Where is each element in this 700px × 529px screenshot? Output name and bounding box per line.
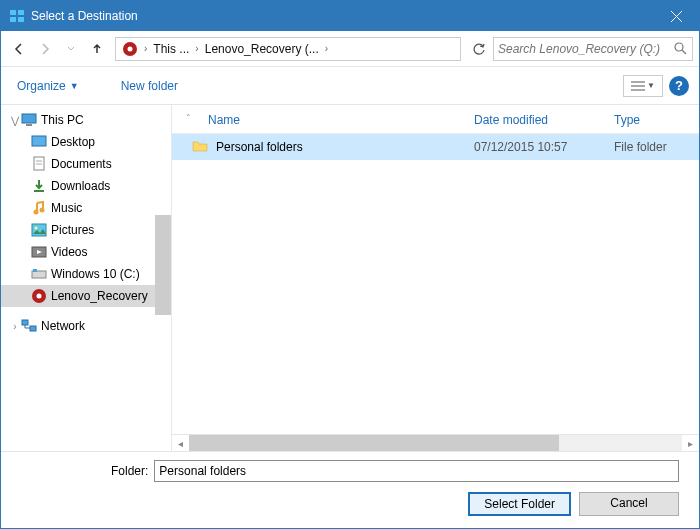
column-date[interactable]: Date modified: [474, 113, 614, 127]
column-name[interactable]: Name: [194, 113, 474, 127]
refresh-button[interactable]: [467, 37, 491, 61]
chevron-down-icon: ▼: [70, 81, 79, 91]
desktop-icon: [31, 134, 47, 150]
button-row: Select Folder Cancel: [11, 492, 689, 520]
svg-rect-3: [18, 17, 24, 22]
column-type[interactable]: Type: [614, 113, 689, 127]
svg-rect-2: [10, 17, 16, 22]
address-bar[interactable]: › This ... › Lenovo_Recovery (... ›: [115, 37, 461, 61]
up-button[interactable]: [85, 37, 109, 61]
tree-item-documents[interactable]: Documents: [1, 153, 171, 175]
content-area: ⋁ This PC Desktop Documents Downloads Mu…: [1, 105, 699, 451]
chevron-right-icon[interactable]: ›: [193, 43, 200, 54]
back-button[interactable]: [7, 37, 31, 61]
forward-button[interactable]: [33, 37, 57, 61]
cancel-button[interactable]: Cancel: [579, 492, 679, 516]
tree-item-thispc[interactable]: ⋁ This PC: [1, 109, 171, 131]
scroll-right-icon[interactable]: ▸: [682, 435, 699, 452]
tree-item-pictures[interactable]: Pictures: [1, 219, 171, 241]
documents-icon: [31, 156, 47, 172]
svg-rect-1: [18, 10, 24, 15]
tree-item-music[interactable]: Music: [1, 197, 171, 219]
view-options-button[interactable]: ▼: [623, 75, 663, 97]
svg-rect-25: [32, 271, 46, 278]
search-input[interactable]: [498, 42, 672, 56]
sort-indicator-icon[interactable]: ˄: [182, 113, 194, 127]
app-icon: [9, 8, 25, 24]
recovery-drive-icon: [31, 288, 47, 304]
svg-point-20: [34, 210, 39, 215]
tree-item-windows-drive[interactable]: Windows 10 (C:): [1, 263, 171, 285]
svg-rect-0: [10, 10, 16, 15]
collapse-icon[interactable]: ⋁: [9, 114, 21, 126]
svg-point-28: [37, 294, 42, 299]
svg-rect-14: [26, 124, 32, 126]
folder-label: Folder:: [111, 464, 148, 478]
svg-rect-22: [32, 224, 46, 236]
breadcrumb-item[interactable]: This ...: [149, 38, 193, 60]
navigation-tree: ⋁ This PC Desktop Documents Downloads Mu…: [1, 105, 171, 451]
svg-rect-30: [30, 326, 36, 331]
file-name: Personal folders: [216, 140, 474, 154]
pc-icon: [21, 112, 37, 128]
tree-scrollbar[interactable]: [155, 215, 171, 315]
file-list: ˄ Name Date modified Type Personal folde…: [171, 105, 699, 451]
tree-item-downloads[interactable]: Downloads: [1, 175, 171, 197]
network-icon: [21, 318, 37, 334]
file-row[interactable]: Personal folders 07/12/2015 10:57 File f…: [172, 134, 699, 160]
scroll-track[interactable]: [189, 435, 682, 452]
search-box[interactable]: [493, 37, 693, 61]
new-folder-button[interactable]: New folder: [115, 75, 184, 97]
horizontal-scrollbar[interactable]: ◂ ▸: [172, 434, 699, 451]
help-button[interactable]: ?: [669, 76, 689, 96]
music-icon: [31, 200, 47, 216]
drive-icon: [31, 266, 47, 282]
organize-menu[interactable]: Organize▼: [11, 75, 85, 97]
drive-icon: [118, 38, 142, 60]
file-date: 07/12/2015 10:57: [474, 140, 614, 154]
svg-rect-26: [33, 269, 37, 272]
svg-line-9: [682, 50, 686, 54]
folder-input-row: Folder:: [11, 460, 689, 482]
expand-icon[interactable]: ›: [9, 320, 21, 332]
chevron-right-icon[interactable]: ›: [142, 43, 149, 54]
file-type: File folder: [614, 140, 689, 154]
downloads-icon: [31, 178, 47, 194]
tree-item-network[interactable]: › Network: [1, 315, 171, 337]
svg-point-7: [128, 46, 133, 51]
recent-dropdown[interactable]: [59, 37, 83, 61]
tree-item-videos[interactable]: Videos: [1, 241, 171, 263]
folder-icon: [192, 139, 210, 155]
window-title: Select a Destination: [31, 9, 654, 23]
scroll-left-icon[interactable]: ◂: [172, 435, 189, 452]
select-folder-button[interactable]: Select Folder: [468, 492, 571, 516]
svg-rect-13: [22, 114, 36, 123]
chevron-down-icon: ▼: [647, 81, 655, 90]
svg-rect-29: [22, 320, 28, 325]
pictures-icon: [31, 222, 47, 238]
dialog-footer: Folder: Select Folder Cancel: [1, 451, 699, 528]
svg-point-21: [40, 208, 45, 213]
svg-rect-15: [32, 136, 46, 146]
tree-item-desktop[interactable]: Desktop: [1, 131, 171, 153]
navigation-bar: › This ... › Lenovo_Recovery (... ›: [1, 31, 699, 67]
videos-icon: [31, 244, 47, 260]
chevron-right-icon[interactable]: ›: [323, 43, 330, 54]
column-headers: ˄ Name Date modified Type: [172, 105, 699, 134]
breadcrumb-item[interactable]: Lenovo_Recovery (...: [201, 38, 323, 60]
toolbar: Organize▼ New folder ▼ ?: [1, 67, 699, 105]
search-icon[interactable]: [672, 41, 688, 57]
tree-item-recovery-drive[interactable]: Lenovo_Recovery: [1, 285, 171, 307]
titlebar: Select a Destination: [1, 1, 699, 31]
dialog-window: Select a Destination › This ... › Lenovo…: [0, 0, 700, 529]
scroll-thumb[interactable]: [189, 435, 559, 452]
svg-point-8: [675, 43, 683, 51]
close-button[interactable]: [654, 1, 699, 31]
folder-input[interactable]: [154, 460, 679, 482]
svg-point-23: [35, 227, 38, 230]
